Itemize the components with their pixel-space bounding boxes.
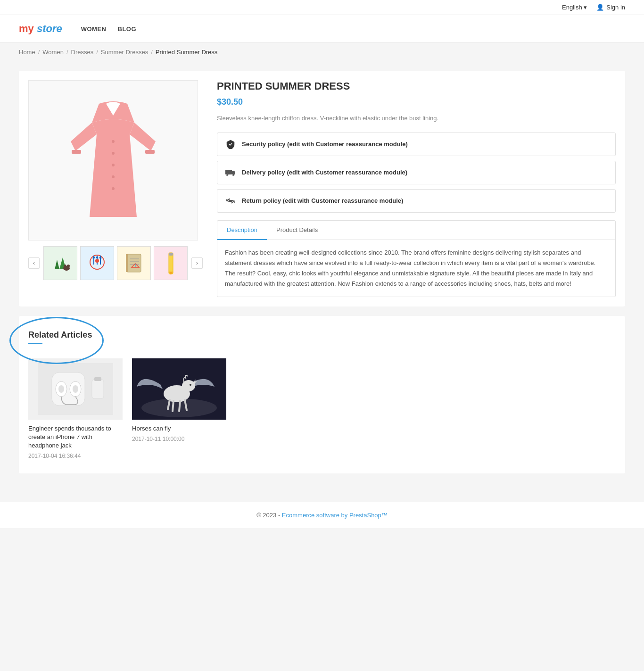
thumb-prev-button[interactable]: ‹: [28, 257, 40, 269]
svg-rect-34: [225, 170, 232, 174]
product-area: ‹: [19, 71, 625, 307]
return-icon: [225, 195, 236, 207]
top-bar: English ▾ 👤 Sign in: [0, 0, 644, 15]
tabs-content: Fashion has been creating well-designed …: [217, 240, 615, 297]
thumbnail-3[interactable]: [117, 246, 151, 280]
thumb-2-svg: [84, 250, 110, 276]
footer-text: © 2023 - Ecommerce software by PrestaSho…: [256, 512, 388, 519]
tabs-section: Description Product Details Fashion has …: [217, 220, 616, 297]
svg-line-51: [179, 401, 180, 411]
article-card-1[interactable]: Engineer spends thousands to create an i…: [28, 358, 123, 460]
sep-1: /: [38, 49, 40, 56]
related-header: Related Articles: [28, 330, 92, 344]
svg-rect-24: [126, 254, 128, 272]
breadcrumb-home[interactable]: Home: [19, 49, 35, 56]
svg-point-53: [190, 384, 191, 386]
thumbnails-row: ‹: [28, 246, 203, 280]
breadcrumb-summer-dresses[interactable]: Summer Dresses: [101, 49, 148, 56]
svg-rect-31: [169, 253, 173, 274]
product-image-svg: [61, 90, 165, 231]
logo[interactable]: my store: [19, 23, 62, 35]
tabs-header: Description Product Details: [217, 221, 615, 240]
truck-icon: [225, 167, 236, 178]
svg-point-35: [226, 174, 228, 176]
svg-rect-6: [145, 150, 155, 154]
main-nav: WOMEN BLOG: [81, 25, 136, 33]
svg-point-2: [112, 164, 115, 166]
articles-grid: Engineer spends thousands to create an i…: [28, 358, 616, 460]
thumb-next-button[interactable]: ›: [191, 257, 203, 269]
horse-svg: [132, 358, 226, 420]
svg-line-50: [173, 401, 173, 411]
thumbnail-4[interactable]: [154, 246, 188, 280]
svg-point-41: [58, 385, 64, 393]
return-policy-text: Return policy (edit with Customer reassu…: [242, 197, 403, 204]
thumbnails: [43, 246, 188, 280]
tab-description[interactable]: Description: [217, 221, 267, 240]
main-content: ‹: [0, 61, 644, 492]
svg-point-21: [95, 259, 99, 263]
breadcrumb-dresses[interactable]: Dresses: [71, 49, 94, 56]
breadcrumb-women[interactable]: Women: [42, 49, 64, 56]
related-circle-decoration: [9, 317, 104, 364]
logo-my: my: [19, 23, 34, 34]
thumbnail-2[interactable]: [80, 246, 114, 280]
language-label: English ▾: [562, 4, 587, 11]
related-title: Related Articles: [28, 330, 92, 340]
breadcrumb: Home / Women / Dresses / Summer Dresses …: [19, 49, 625, 56]
security-policy-box: Security policy (edit with Customer reas…: [217, 133, 616, 156]
article-title-2: Horses can fly: [132, 424, 226, 433]
main-image: [28, 80, 198, 240]
chevron-left-icon: ‹: [33, 260, 35, 266]
person-icon: 👤: [596, 4, 604, 11]
delivery-policy-box: Delivery policy (edit with Customer reas…: [217, 161, 616, 184]
article-title-1: Engineer spends thousands to create an i…: [28, 424, 123, 450]
product-description-short: Sleeveless knee-length chiffon dress. V-…: [217, 114, 616, 123]
nav-item-blog[interactable]: BLOG: [118, 25, 137, 33]
svg-point-42: [73, 385, 78, 393]
article-image-1: [28, 358, 123, 420]
tab-product-details[interactable]: Product Details: [267, 221, 327, 240]
signin-button[interactable]: 👤 Sign in: [596, 4, 625, 11]
svg-rect-5: [72, 150, 81, 154]
sep-4: /: [151, 49, 153, 56]
shield-icon: [225, 139, 236, 150]
product-image-section: ‹: [28, 80, 203, 297]
product-price: $30.50: [217, 97, 616, 107]
thumbnail-1[interactable]: [43, 246, 77, 280]
product-info-section: PRINTED SUMMER DRESS $30.50 Sleeveless k…: [217, 80, 616, 297]
signin-label: Sign in: [606, 4, 625, 11]
logo-store: store: [34, 23, 62, 34]
sep-3: /: [96, 49, 98, 56]
article-card-2[interactable]: Horses can fly 2017-10-11 10:00:00: [132, 358, 226, 460]
breadcrumb-bar: Home / Women / Dresses / Summer Dresses …: [0, 43, 644, 61]
svg-point-36: [232, 174, 234, 176]
footer-highlight: Ecommerce software by PrestaShop™: [282, 512, 388, 519]
nav-item-women[interactable]: WOMEN: [81, 25, 107, 33]
svg-rect-43: [92, 380, 104, 398]
svg-rect-33: [169, 253, 173, 256]
breadcrumb-current: Printed Summer Dress: [156, 49, 217, 56]
related-articles-section: Related Articles: [19, 316, 625, 474]
sep-2: /: [66, 49, 68, 56]
svg-point-4: [112, 187, 115, 190]
svg-point-12: [67, 265, 70, 267]
language-selector[interactable]: English ▾: [562, 4, 587, 11]
thumb-1-svg: [48, 250, 74, 276]
thumb-3-svg: [121, 250, 147, 276]
svg-point-3: [112, 175, 115, 178]
delivery-policy-text: Delivery policy (edit with Customer reas…: [242, 169, 407, 176]
svg-rect-23: [127, 254, 141, 272]
earphones-svg: [38, 363, 113, 415]
svg-rect-44: [94, 377, 101, 381]
article-date-2: 2017-10-11 10:00:00: [132, 436, 226, 442]
svg-rect-7: [48, 250, 74, 276]
svg-point-0: [112, 140, 115, 143]
svg-point-1: [112, 152, 115, 155]
article-image-2: [132, 358, 226, 420]
article-date-1: 2017-10-04 16:36:44: [28, 453, 123, 459]
security-policy-text: Security policy (edit with Customer reas…: [242, 141, 408, 148]
product-title: PRINTED SUMMER DRESS: [217, 80, 616, 92]
chevron-right-icon: ›: [196, 260, 198, 266]
related-title-underline: [28, 343, 42, 344]
